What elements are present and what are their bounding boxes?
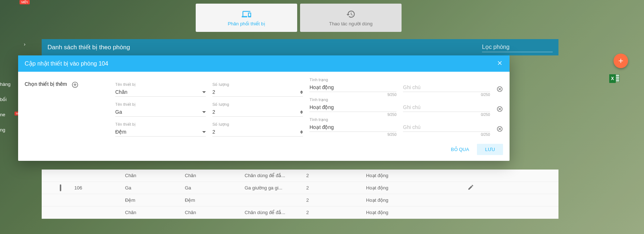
status-input[interactable] [309,103,396,112]
plus-icon [617,57,624,64]
quantity-input[interactable] [212,108,300,116]
quantity-input[interactable] [212,88,300,96]
add-device-label: Chọn thiết bị thêm [25,81,67,87]
history-icon [346,9,356,19]
modal-header: Cập nhật thiết bị vào phòng 104 [18,55,510,72]
save-button[interactable]: LƯU [477,144,503,155]
device-row: Tên thiết bị Số lượng Tình trạng 9/250 [115,97,503,117]
filter-room-input[interactable] [482,42,553,52]
field-label-qty: Số lượng [212,102,303,107]
sidebar-item[interactable]: hàng [0,82,11,87]
table-row: Đệm Đệm 2 Hoạt động [42,194,558,206]
cell: Đệm [185,197,245,203]
panel-header: Danh sách thiết bị theo phòng [42,39,558,55]
add-device-button[interactable] [71,81,79,90]
char-counter: 0/250 [403,113,490,117]
sidebar-item[interactable]: neMỚI [0,112,11,117]
cell: 2 [306,185,366,191]
remove-row-button[interactable] [496,106,503,114]
device-row: Tên thiết bị Số lượng Tình trạng 9/250 [115,78,503,97]
cell: Ga [185,185,245,191]
quantity-stepper[interactable] [300,91,303,94]
status-input[interactable] [309,123,396,131]
cell: Đệm [125,197,185,203]
export-excel[interactable]: X [609,74,620,85]
dropdown-arrow-icon[interactable] [202,131,206,133]
cell: Hoạt động [366,185,468,191]
add-fab[interactable] [614,54,628,68]
cell: Hoạt động [366,197,468,203]
cell: Chăn dùng để đắ... [245,210,306,215]
char-counter: 9/250 [309,93,396,97]
table-row: Chăn Chăn Chăn dùng để đắ... 2 Hoạt động [42,206,558,219]
dropdown-arrow-icon[interactable] [202,91,206,93]
field-label-name: Tên thiết bị [115,122,206,127]
sidebar-item[interactable]: ng [0,127,11,133]
device-name-select[interactable] [115,88,202,96]
close-icon [496,60,503,66]
cell: 2 [306,210,366,215]
device-table: Chăn Chăn Chăn dùng để đắ... 2 Hoạt động… [42,170,558,219]
svg-text:X: X [611,76,614,81]
note-input[interactable] [403,83,490,92]
note-input[interactable] [403,103,490,112]
char-counter: 0/250 [403,133,490,137]
field-label-status: Tình trạng [309,117,396,122]
chevron-right-icon [22,42,27,47]
char-counter: 0/250 [403,93,490,97]
excel-icon: X [609,74,620,84]
cell: Chăn [185,210,245,215]
cell: Hoạt động [366,210,468,215]
cancel-circle-icon [496,106,503,112]
svg-rect-5 [616,80,619,82]
field-label-note [403,78,490,82]
field-label-name: Tên thiết bị [115,82,206,87]
tab-distribute-devices[interactable]: Phân phối thiết bị [196,4,297,32]
tab-user-actions[interactable]: Thao tác người dùng [300,4,402,32]
quantity-stepper[interactable] [300,110,303,114]
table-row: 106 Ga Ga Ga giường ga gi... 2 Hoạt động [42,182,558,194]
device-name-select[interactable] [115,108,202,116]
remove-row-button[interactable] [496,86,503,94]
remove-row-button[interactable] [496,126,503,134]
cell: Chăn [125,210,185,215]
device-row: Tên thiết bị Số lượng Tình trạng 9/250 [115,117,503,137]
row-checkbox[interactable] [60,184,61,191]
field-label-qty: Số lượng [212,82,303,87]
quantity-input[interactable] [212,128,300,136]
cell: 2 [306,197,366,203]
sidebar-expand[interactable] [22,42,27,48]
table-row: Chăn Chăn Chăn dùng để đắ... 2 Hoạt động [42,170,558,182]
tab-distribute-label: Phân phối thiết bị [228,21,265,26]
status-input[interactable] [309,83,396,92]
svg-rect-3 [616,76,619,78]
cell: Hoạt động [366,173,468,178]
note-input[interactable] [403,123,490,131]
sidebar-item[interactable]: bối [0,97,11,102]
field-label-name: Tên thiết bị [115,102,206,107]
char-counter: 9/250 [309,113,396,117]
cell: Chăn [185,173,245,178]
svg-rect-2 [616,75,619,76]
cell: 2 [306,173,366,178]
cell: Ga [125,185,185,191]
field-label-note [403,118,490,122]
dropdown-arrow-icon[interactable] [202,111,206,113]
sidebar-partial: hàng bối neMỚI ng [0,82,11,133]
skip-button[interactable]: BỎ QUA [446,144,474,155]
device-name-select[interactable] [115,128,202,136]
room-cell: 106 [74,185,125,191]
field-label-status: Tình trạng [309,97,396,102]
quantity-stepper[interactable] [300,130,303,134]
add-circle-icon [71,81,79,88]
modal-close-button[interactable] [496,60,503,68]
cell: Chăn [125,173,185,178]
edit-row-button[interactable] [468,184,474,192]
pencil-icon [468,184,474,191]
moi-badge: MỚI [20,0,30,4]
panel-title: Danh sách thiết bị theo phòng [47,43,130,51]
field-label-status: Tình trạng [309,78,396,82]
cancel-circle-icon [496,126,503,132]
cell: Chăn dùng để đắ... [245,173,306,178]
update-device-modal: Cập nhật thiết bị vào phòng 104 Chọn thi… [18,55,510,161]
